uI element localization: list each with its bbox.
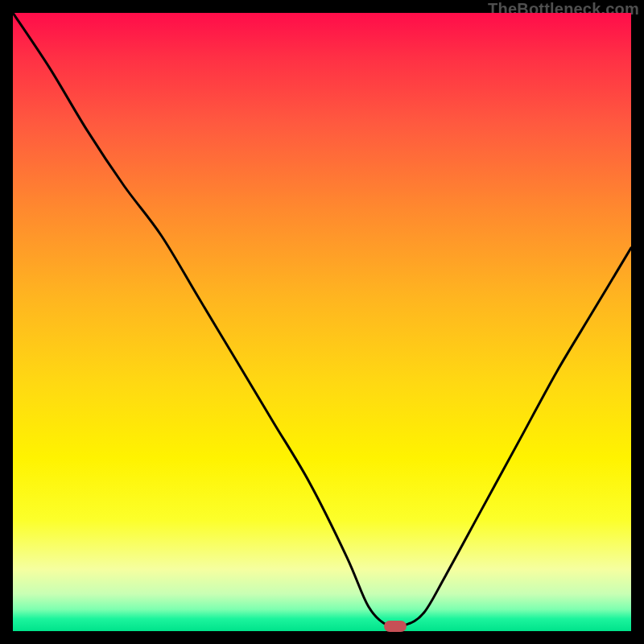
optimal-point-marker (384, 621, 407, 632)
bottleneck-plot (13, 13, 631, 631)
chart-frame: TheBottleneck.com (0, 0, 644, 644)
bottleneck-curve-path (13, 13, 631, 627)
curve-layer (13, 13, 631, 631)
